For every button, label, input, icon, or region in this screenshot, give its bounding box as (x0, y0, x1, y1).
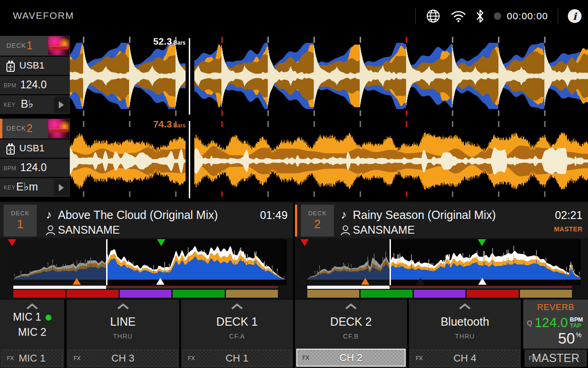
deck1-badge: DECK 1 (4, 205, 37, 236)
tap-button-label[interactable]: TAP (570, 322, 583, 328)
quantize-label: Q (527, 319, 532, 327)
chevron-up-icon[interactable] (231, 304, 243, 310)
deck1-header[interactable]: DECK 1 (0, 36, 70, 56)
deck-label: DECK (6, 125, 26, 132)
played-portion (307, 286, 390, 289)
crossfader-assign: CF.A (181, 333, 293, 340)
globe-icon[interactable] (425, 8, 441, 24)
deck1-track-overview[interactable] (8, 239, 287, 285)
phrase-segment (13, 290, 65, 298)
bluetooth-channel-strip[interactable]: Bluetooth THRU FX CH 4 (409, 299, 521, 368)
deck1-source-row[interactable]: USB1 (0, 57, 70, 75)
deck2-badge: DECK 2 (301, 205, 334, 236)
fx-panel-strip[interactable]: REVERB Q 124.0 BPM TAP 50% FX MASTER (523, 299, 588, 368)
active-deck-accent (0, 119, 2, 138)
crossfader-assign: CF.B (295, 333, 407, 340)
bpm-label: BPM (4, 82, 17, 89)
fx-assign-ch2[interactable]: FX CH 2 (296, 349, 406, 367)
cue-marker-up[interactable] (361, 278, 369, 285)
album-art (48, 36, 69, 55)
info-icon[interactable]: i (568, 9, 582, 23)
fx-assign-value: MASTER (531, 351, 579, 365)
bluetooth-icon[interactable] (476, 9, 484, 23)
dj-waveform-screen: { "header": { "title": "WAVEFORM", "cloc… (0, 0, 588, 368)
usb-device-icon (6, 60, 16, 72)
fx-label: FX (188, 355, 195, 362)
time-remaining: 02:21 (555, 209, 582, 222)
key-value: E♭m (0, 180, 54, 193)
header-bar: WAVEFORM 00:00:00 i (0, 0, 588, 32)
line-channel-strip[interactable]: LINE THRU FX CH 3 (67, 299, 179, 368)
phrase-segment (173, 290, 225, 298)
record-dot-icon (494, 12, 501, 20)
page-title: WAVEFORM (13, 10, 74, 21)
deck1-bpm-row[interactable]: BPM 124.0 (0, 76, 70, 94)
cue-marker-down[interactable] (300, 239, 309, 246)
deck2-track-overview[interactable] (302, 239, 581, 285)
phrase-segment (120, 290, 172, 298)
chevron-up-icon[interactable] (345, 304, 357, 310)
remaining-portion (106, 286, 278, 289)
bpm-label: BPM (4, 165, 17, 172)
deck2-channel-strip[interactable]: DECK 2 CF.B FX CH 2 (295, 299, 407, 368)
phrase-segment (414, 290, 466, 298)
deck1-info-panel: DECK 1 ♪ Above The Cloud (Original Mix) … (0, 202, 293, 238)
deck2-info-panel: DECK 2 ♪ Rainy Season (Original Mix) SAN… (295, 202, 588, 238)
bpm-value: 124.0 (20, 79, 47, 91)
fx-assign-ch3[interactable]: FX CH 3 (68, 350, 178, 367)
fx-effect-name: REVERB (523, 302, 588, 312)
deck1-channel-strip[interactable]: DECK 1 CF.A FX CH 1 (181, 299, 293, 368)
fx-assign-mic[interactable]: FX MIC 1 (1, 350, 63, 367)
fx-level-unit: % (576, 331, 582, 339)
deck1-bars-position: 52.3Bars (70, 36, 186, 47)
artist-icon (45, 224, 56, 236)
deck-label: DECK (301, 210, 334, 217)
deck2-bars-position: 74.3Bars (70, 119, 186, 130)
record-time: 00:00:00 (507, 11, 548, 22)
channel-name: Bluetooth (409, 315, 521, 328)
track-title: Rainy Season (Original Mix) (353, 208, 496, 222)
cue-marker-up[interactable] (478, 278, 486, 285)
zoomed-waveforms[interactable] (70, 34, 588, 200)
mic-on-indicator (45, 315, 51, 321)
deck2-source-row[interactable]: USB1 (0, 139, 70, 158)
remaining-portion (390, 286, 572, 289)
deck2-progress-strip (307, 286, 572, 289)
header-status-cluster: 00:00:00 i (415, 0, 582, 32)
deck-number: 1 (4, 218, 37, 231)
chevron-up-icon[interactable] (26, 304, 38, 310)
play-triangle-icon (59, 184, 64, 191)
wifi-icon[interactable] (451, 10, 466, 23)
play-triangle-icon (59, 101, 64, 109)
fx-bpm-row: Q 124.0 BPM TAP (527, 315, 585, 330)
cue-marker-up[interactable] (73, 278, 81, 285)
key-expand-button[interactable] (54, 179, 69, 196)
chevron-up-icon[interactable] (459, 304, 471, 310)
fx-assign-value: CH 2 (339, 352, 362, 364)
deck2-key-row[interactable]: KEY E♭m (0, 178, 70, 197)
music-note-icon: ♪ (341, 208, 347, 221)
deck1-phrase-bar (13, 290, 278, 298)
fx-info-panel[interactable]: REVERB Q 124.0 BPM TAP 50% (523, 299, 588, 349)
track-title: Above The Cloud (Original Mix) (58, 208, 218, 222)
cue-marker-down[interactable] (157, 239, 165, 246)
deck1-key-row[interactable]: KEY B♭ (0, 95, 70, 114)
cue-marker-up[interactable] (156, 278, 164, 285)
cue-marker-down[interactable] (8, 239, 16, 246)
chevron-up-icon[interactable] (117, 304, 129, 310)
source-name: USB1 (19, 60, 45, 71)
time-remaining: 01:49 (260, 209, 288, 222)
key-expand-button[interactable] (54, 97, 69, 113)
fx-assign-master[interactable]: FX MASTER (525, 350, 587, 367)
fx-level-value: 50 (558, 330, 575, 347)
cue-marker-up[interactable] (299, 278, 307, 285)
deck2-bpm-row[interactable]: BPM 124.0 (0, 159, 70, 177)
cue-marker-down[interactable] (478, 239, 486, 246)
cue-marker-up[interactable] (416, 278, 424, 285)
fx-assign-ch4[interactable]: FX CH 4 (410, 350, 520, 367)
deck2-header[interactable]: DECK 2 (0, 119, 70, 138)
mic-channel-strip[interactable]: MIC 1 MIC 2 FX MIC 1 (0, 299, 64, 368)
fx-assign-ch1[interactable]: FX CH 1 (182, 350, 292, 367)
played-portion (13, 286, 106, 289)
fx-bpm-value: 124.0 (535, 315, 568, 330)
